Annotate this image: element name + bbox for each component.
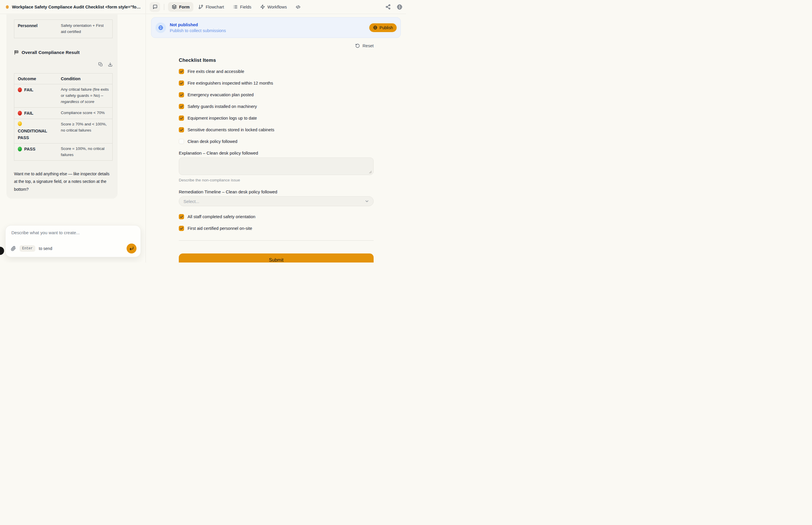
window-title-bar: Workplace Safety Compliance Audit Checkl… [0,0,146,14]
check-icon [180,70,183,74]
checkbox-label[interactable]: First aid certified personnel on-site [187,226,252,231]
send-button[interactable] [126,243,136,253]
status-dot [18,121,22,126]
checkbox-label[interactable]: Equipment inspection logs up to date [187,116,257,120]
table-row: PASS Score = 100%, no critical failures [14,144,112,161]
tab-code[interactable] [292,2,304,12]
tab-fields-label: Fields [240,5,252,9]
check-icon [180,116,183,120]
window-status-dot [6,5,9,9]
checkbox-label[interactable]: Clean desk policy followed [187,139,237,144]
checkbox[interactable] [179,104,184,109]
form-body: Reset Checklist Items Fire exits clear a… [179,38,374,262]
assistant-followup-text: Want me to add anything else — like insp… [14,170,114,193]
outcome-value: FAIL [24,88,33,92]
table-row: FAIL Compliance score < 70% [14,107,112,119]
result-heading: Overall Compliance Result [21,50,80,55]
condition-value: Score = 100%, no critical failures [58,144,112,161]
personnel-table: Personnel Safety orientation + First aid… [14,19,112,38]
download-button[interactable] [108,62,112,67]
remediation-select[interactable]: Select... [179,196,374,206]
chat-composer[interactable]: Describe what you want to create... Ente… [5,225,141,257]
outcome-value: CONDITIONAL PASS [18,129,47,140]
checklist-bottom: All staff completed safety orientation F… [179,211,374,234]
submit-button[interactable]: Submit [179,253,374,262]
checkbox[interactable] [179,69,184,74]
copy-button[interactable] [98,62,103,67]
explanation-textarea[interactable] [179,158,374,175]
resize-handle-icon[interactable] [369,170,372,174]
checkbox-label[interactable]: Emergency evacuation plan posted [187,92,254,97]
checkbox[interactable] [179,92,184,97]
result-heading-row: Overall Compliance Result [14,50,113,55]
floating-action-button[interactable] [0,247,4,255]
composer-bottom-row: Enter to send [11,243,136,253]
explanation-label: Explanation – Clean desk policy followed [179,150,374,155]
check-icon [180,105,183,108]
checkbox[interactable] [179,139,184,144]
checkbox[interactable] [179,127,184,132]
tab-form[interactable]: Form [168,2,193,12]
checkbox-label[interactable]: Fire extinguishers inspected within 12 m… [187,81,273,86]
checkbox-label[interactable]: Fire exits clear and accessible [187,69,244,74]
checkbox[interactable] [179,80,184,86]
toolbar-divider [164,4,164,10]
window-title: Workplace Safety Compliance Audit Checkl… [12,5,141,9]
outcome-header: Outcome [14,73,58,84]
paperclip-icon [11,246,16,251]
tab-flowchart[interactable]: Flowchart [195,2,228,12]
status-dot [18,147,22,151]
checkbox[interactable] [179,226,184,231]
remediation-label: Remediation Timeline – Clean desk policy… [179,189,374,194]
chat-input-placeholder[interactable]: Describe what you want to create... [11,230,80,235]
publish-banner: Not published Publish to collect submiss… [151,17,401,38]
attach-button[interactable] [11,246,16,251]
message-actions [14,62,112,67]
tab-workflows-label: Workflows [268,5,287,9]
checklist-item: First aid certified personnel on-site [179,223,374,234]
form-divider [179,240,374,241]
banner-text: Not published Publish to collect submiss… [170,22,226,33]
language-button[interactable] [397,4,403,10]
send-hint-text: to send [39,246,52,251]
checkered-flag-icon [14,50,19,55]
checkbox-label[interactable]: Safety guards installed on machinery [187,104,257,109]
header-actions [385,0,406,14]
checklist-item: Emergency evacuation plan posted [179,89,374,101]
checkbox-label[interactable]: Sensitive documents stored in locked cab… [187,127,274,132]
chat-panel: Personnel Safety orientation + First aid… [0,14,146,262]
checkbox[interactable] [179,214,184,219]
condition-value: Compliance score < 70% [58,107,112,119]
check-icon [180,227,183,230]
tab-workflows[interactable]: Workflows [256,2,291,12]
checklist-item: All staff completed safety orientation [179,211,374,223]
form-preview-panel: Not published Publish to collect submiss… [146,14,406,262]
banner-subtitle[interactable]: Publish to collect submissions [170,28,226,33]
personnel-value: Safety orientation + First aid certified [58,20,112,38]
checkbox-label[interactable]: All staff completed safety orientation [187,214,256,219]
assistant-message: Personnel Safety orientation + First aid… [6,14,118,199]
publish-button[interactable]: Publish [369,23,397,32]
tab-fields[interactable]: Fields [229,2,255,12]
tab-flowchart-label: Flowchart [206,5,224,9]
globe-badge [155,22,166,33]
app-header: Workplace Safety Compliance Audit Checkl… [0,0,406,14]
reset-button[interactable]: Reset [179,43,374,49]
explanation-helper: Describe the non-compliance issue [179,178,374,182]
reset-label: Reset [363,43,374,48]
select-placeholder: Select... [183,199,199,204]
publish-label: Publish [379,25,393,30]
layers-icon [172,4,177,9]
checkbox[interactable] [179,116,184,121]
personnel-label: Personnel [14,20,58,38]
section-title: Checklist Items [179,58,374,63]
chat-bubble-icon [152,4,157,9]
checklist: Fire exits clear and accessible Fire ext… [179,65,374,147]
share-button[interactable] [385,4,391,10]
chat-toggle-button[interactable] [150,2,160,12]
checklist-item: Safety guards installed on machinery [179,101,374,112]
banner-title: Not published [170,22,226,27]
check-icon [180,93,183,97]
table-row: CONDITIONAL PASS Score ≥ 70% and < 100%,… [14,119,112,144]
checklist-item: Sensitive documents stored in locked cab… [179,124,374,136]
